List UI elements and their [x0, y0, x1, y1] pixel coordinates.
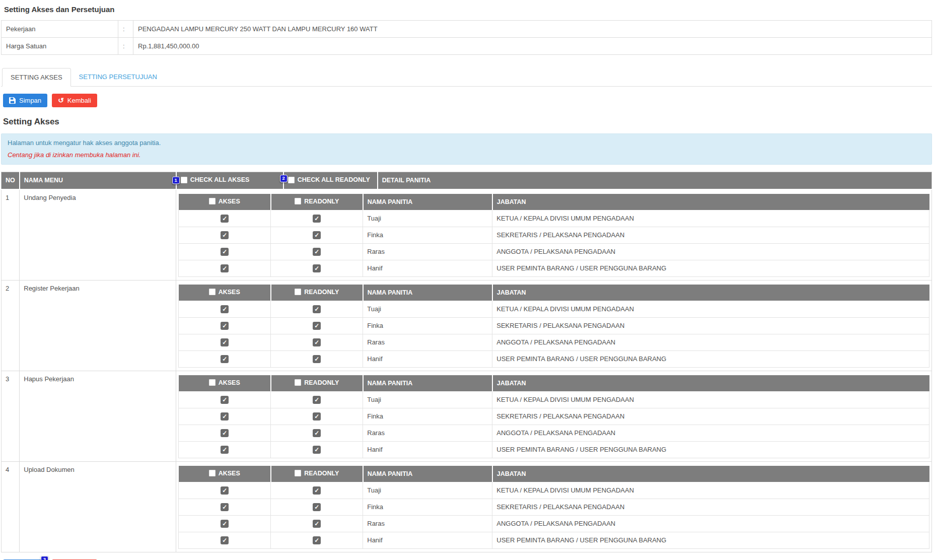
akses-checkbox[interactable]: [221, 503, 229, 511]
akses-column-checkbox[interactable]: [209, 379, 216, 386]
readonly-checkbox[interactable]: [313, 536, 321, 544]
menu-group-row: 1 Undang Penyedia AKSES: [2, 189, 932, 281]
readonly-checkbox[interactable]: [313, 305, 321, 313]
alert-primary-text: Halaman untuk mengatur hak akses anggota…: [8, 139, 925, 147]
akses-column-label: AKSES: [219, 470, 240, 477]
kembali-button-top[interactable]: ↺ Kembali: [52, 94, 97, 107]
akses-checkbox[interactable]: [221, 305, 229, 313]
readonly-checkbox[interactable]: [313, 446, 321, 454]
panitia-member-row: Finka SEKRETARIS / PELAKSANA PENGADAAN: [179, 227, 929, 243]
akses-checkbox[interactable]: [221, 215, 229, 223]
tab-setting-persetujuan[interactable]: SETTING PERSETUJUAN: [71, 68, 165, 86]
menu-group-row: 2 Register Pekerjaan AKSES: [2, 280, 932, 371]
panitia-member-row: Tuaji KETUA / KEPALA DIVISI UMUM PENGADA…: [179, 301, 929, 317]
readonly-checkbox[interactable]: [313, 231, 321, 239]
job-info-body: Pekerjaan : PENGADAAN LAMPU MERCURY 250 …: [2, 21, 932, 55]
readonly-checkbox[interactable]: [313, 338, 321, 346]
annotation-marker-2: 2: [280, 175, 288, 182]
header-check-all-akses: 1 CHECK ALL AKSES: [176, 172, 283, 189]
readonly-column-checkbox[interactable]: [295, 470, 301, 476]
panitia-header-row: AKSES READONLY NAMA PANITIA JABATAN: [179, 285, 929, 301]
access-table-body: 1 Undang Penyedia AKSES: [2, 189, 932, 552]
akses-column-checkbox[interactable]: [209, 289, 216, 295]
akses-checkbox[interactable]: [221, 322, 229, 330]
readonly-cell: [271, 499, 363, 515]
readonly-checkbox[interactable]: [313, 355, 321, 363]
header-nama-menu: NAMA MENU: [20, 172, 176, 189]
annotation-marker-1: 1: [172, 177, 180, 184]
akses-checkbox[interactable]: [221, 355, 229, 363]
akses-checkbox[interactable]: [221, 338, 229, 346]
akses-checkbox[interactable]: [221, 412, 229, 421]
member-name: Finka: [363, 227, 492, 243]
akses-checkbox[interactable]: [221, 429, 229, 437]
menu-name: Hapus Pekerjaan: [20, 371, 176, 461]
tab-setting-akses[interactable]: SETTING AKSES: [2, 68, 71, 87]
menu-number: 2: [2, 280, 20, 371]
member-name: Raras: [363, 425, 492, 441]
readonly-column-checkbox[interactable]: [295, 198, 301, 204]
readonly-checkbox[interactable]: [313, 215, 321, 223]
readonly-cell: [271, 351, 363, 367]
akses-cell: [179, 243, 271, 260]
readonly-column-label: READONLY: [304, 470, 339, 477]
subheader-jabatan: JABATAN: [492, 466, 929, 482]
readonly-cell: [271, 227, 363, 243]
member-name: Raras: [363, 334, 492, 351]
akses-cell: [179, 227, 271, 243]
subheader-nama-panitia: NAMA PANITIA: [363, 194, 492, 211]
readonly-cell: [271, 334, 363, 351]
akses-column-checkbox[interactable]: [209, 470, 216, 476]
subheader-readonly: READONLY: [271, 375, 363, 392]
panitia-member-row: Tuaji KETUA / KEPALA DIVISI UMUM PENGADA…: [179, 391, 929, 408]
readonly-column-checkbox[interactable]: [295, 289, 301, 295]
readonly-checkbox[interactable]: [313, 322, 321, 330]
member-jabatan: ANGGOTA / PELAKSANA PENGADAAN: [492, 515, 929, 532]
check-all-readonly-checkbox[interactable]: [288, 177, 295, 183]
akses-cell: [179, 334, 271, 351]
readonly-checkbox[interactable]: [313, 503, 321, 511]
readonly-cell: [271, 301, 363, 317]
job-info-label: Harga Satuan: [2, 38, 118, 55]
member-jabatan: KETUA / KEPALA DIVISI UMUM PENGADAAN: [492, 301, 929, 317]
readonly-cell: [271, 408, 363, 425]
akses-checkbox[interactable]: [221, 396, 229, 404]
subheader-readonly: READONLY: [271, 194, 363, 211]
akses-cell: [179, 532, 271, 548]
akses-checkbox[interactable]: [221, 264, 229, 272]
readonly-checkbox[interactable]: [313, 486, 321, 495]
readonly-column-checkbox[interactable]: [295, 379, 301, 386]
akses-column-checkbox[interactable]: [209, 198, 216, 204]
subheader-nama-panitia: NAMA PANITIA: [363, 285, 492, 301]
access-table-header-row: NO NAMA MENU 1 CHECK ALL AKSES 2 CHECK A…: [2, 172, 932, 189]
header-detail-panitia: DETAIL PANITIA: [378, 172, 932, 189]
akses-checkbox[interactable]: [221, 486, 229, 495]
akses-checkbox[interactable]: [221, 446, 229, 454]
top-toolbar: Simpan ↺ Kembali: [3, 94, 932, 107]
akses-cell: [179, 260, 271, 276]
readonly-checkbox[interactable]: [313, 429, 321, 437]
readonly-checkbox[interactable]: [313, 248, 321, 256]
readonly-checkbox[interactable]: [313, 520, 321, 528]
akses-checkbox[interactable]: [221, 248, 229, 256]
readonly-checkbox[interactable]: [313, 396, 321, 404]
readonly-checkbox[interactable]: [313, 264, 321, 272]
job-info-label: Pekerjaan: [2, 21, 118, 38]
akses-checkbox[interactable]: [221, 520, 229, 528]
subheader-akses: AKSES: [179, 375, 271, 392]
subheader-akses: AKSES: [179, 466, 271, 482]
simpan-button-top[interactable]: Simpan: [3, 94, 47, 107]
akses-checkbox[interactable]: [221, 231, 229, 239]
akses-checkbox[interactable]: [221, 536, 229, 544]
menu-group-row: 4 Upload Dokumen AKSES: [2, 461, 932, 552]
readonly-cell: [271, 317, 363, 334]
readonly-checkbox[interactable]: [313, 412, 321, 421]
member-jabatan: ANGGOTA / PELAKSANA PENGADAAN: [492, 243, 929, 260]
panitia-member-row: Hanif USER PEMINTA BARANG / USER PENGGUN…: [179, 441, 929, 458]
check-all-akses-checkbox[interactable]: [181, 177, 187, 183]
akses-cell: [179, 301, 271, 317]
job-info-row: Pekerjaan : PENGADAAN LAMPU MERCURY 250 …: [2, 21, 932, 38]
readonly-cell: [271, 243, 363, 260]
header-no: NO: [2, 172, 20, 189]
member-name: Raras: [363, 515, 492, 532]
